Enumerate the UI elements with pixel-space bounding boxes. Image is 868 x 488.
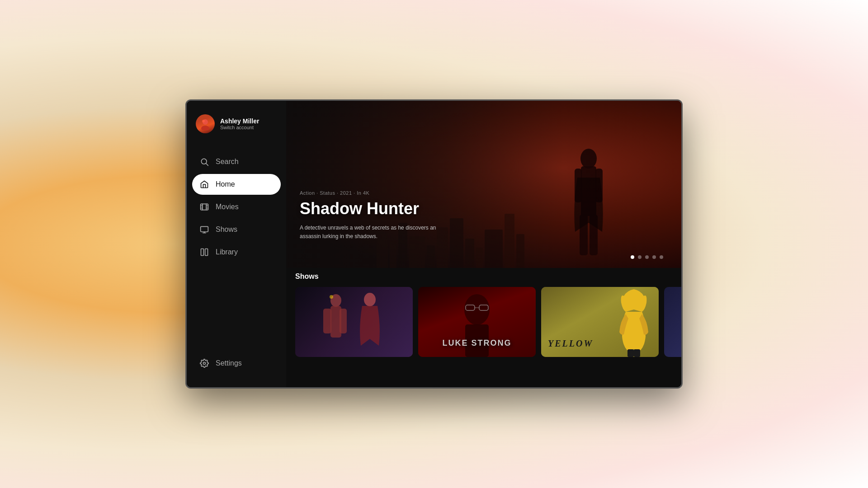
tv-frame: Ashley Miller Switch account Search — [185, 99, 683, 389]
content-row: Shows — [286, 268, 681, 387]
hero-meta: Action · Status · 2021 · In 4K — [300, 190, 444, 196]
svg-point-1 — [201, 126, 209, 130]
user-name: Ashley Miller — [220, 117, 259, 125]
hero-pagination-dots — [631, 255, 663, 259]
hero-title: Shadow Hunter — [300, 199, 444, 218]
home-label: Home — [216, 180, 235, 188]
svg-rect-26 — [323, 309, 331, 333]
switch-account-label: Switch account — [220, 125, 259, 130]
sidebar-item-movies[interactable]: Movies — [192, 197, 281, 217]
avatar — [196, 114, 215, 133]
shows-icon — [199, 225, 209, 235]
user-profile[interactable]: Ashley Miller Switch account — [187, 110, 286, 147]
shows-label: Shows — [216, 225, 237, 234]
svg-rect-15 — [201, 249, 204, 256]
dot-4[interactable] — [652, 255, 656, 259]
settings-label: Settings — [216, 359, 242, 367]
svg-point-17 — [203, 362, 206, 365]
sidebar-item-home[interactable]: Home — [192, 174, 281, 195]
movies-icon — [199, 202, 209, 212]
sidebar-item-library[interactable]: Library — [192, 242, 281, 263]
svg-rect-12 — [201, 226, 208, 232]
card-luke-strong[interactable]: LUKE STRONG — [418, 287, 536, 357]
svg-point-2 — [202, 120, 205, 122]
svg-rect-27 — [340, 309, 347, 333]
luke-strong-title: LUKE STRONG — [442, 338, 511, 348]
dot-2[interactable] — [638, 255, 642, 259]
dot-3[interactable] — [645, 255, 649, 259]
hero-description: A detective unravels a web of secrets as… — [300, 224, 444, 241]
user-info: Ashley Miller Switch account — [220, 117, 259, 130]
hero-banner[interactable]: Action · Status · 2021 · In 4K Shadow Hu… — [286, 101, 681, 268]
yellow-title: YELLOW — [548, 338, 593, 349]
svg-point-29 — [364, 293, 376, 306]
svg-rect-37 — [634, 349, 640, 357]
library-icon — [199, 247, 209, 257]
sidebar-item-settings[interactable]: Settings — [192, 353, 281, 374]
dot-5[interactable] — [660, 255, 663, 259]
search-label: Search — [216, 158, 239, 166]
hero-overlay — [286, 101, 681, 268]
sidebar-item-shows[interactable]: Shows — [192, 219, 281, 240]
sidebar: Ashley Miller Switch account Search — [187, 101, 286, 387]
dot-1[interactable] — [631, 255, 634, 259]
cards-row: LUKE STRONG — [295, 287, 672, 357]
card-partial[interactable] — [664, 287, 681, 357]
hero-content: Action · Status · 2021 · In 4K Shadow Hu… — [300, 190, 444, 241]
library-label: Library — [216, 248, 238, 256]
svg-line-4 — [206, 164, 208, 166]
svg-rect-36 — [627, 349, 634, 357]
search-icon — [199, 157, 209, 167]
settings-icon — [199, 358, 209, 368]
svg-rect-16 — [205, 249, 208, 256]
svg-point-28 — [330, 295, 333, 299]
section-title: Shows — [295, 272, 672, 281]
card-heroines[interactable] — [295, 287, 413, 357]
card-yellow[interactable]: YELLOW — [541, 287, 659, 357]
home-icon — [199, 179, 209, 189]
sidebar-item-search[interactable]: Search — [192, 151, 281, 172]
svg-rect-5 — [201, 204, 208, 210]
main-content: Action · Status · 2021 · In 4K Shadow Hu… — [286, 101, 681, 387]
movies-label: Movies — [216, 203, 239, 211]
nav-items: Search Home — [187, 147, 286, 378]
svg-point-30 — [464, 294, 490, 325]
